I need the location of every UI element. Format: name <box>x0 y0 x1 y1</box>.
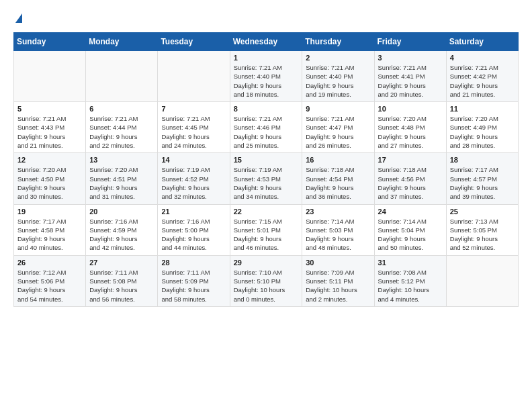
calendar-cell: 11Sunrise: 7:20 AM Sunset: 4:49 PM Dayli… <box>446 102 518 153</box>
day-number: 7 <box>161 105 226 113</box>
day-number: 27 <box>89 259 154 267</box>
calendar-cell: 28Sunrise: 7:11 AM Sunset: 5:09 PM Dayli… <box>158 255 230 306</box>
day-number: 10 <box>378 105 443 113</box>
calendar-cell: 30Sunrise: 7:09 AM Sunset: 5:11 PM Dayli… <box>302 255 374 306</box>
day-info: Sunrise: 7:14 AM Sunset: 5:03 PM Dayligh… <box>306 217 370 253</box>
day-number: 4 <box>450 54 515 62</box>
weekday-header-wednesday: Wednesday <box>230 33 302 51</box>
calendar-cell: 13Sunrise: 7:20 AM Sunset: 4:51 PM Dayli… <box>86 153 158 204</box>
calendar-cell <box>86 51 158 102</box>
day-number: 1 <box>234 54 299 62</box>
day-info: Sunrise: 7:14 AM Sunset: 5:04 PM Dayligh… <box>378 217 443 253</box>
day-number: 23 <box>306 208 370 216</box>
calendar-cell: 5Sunrise: 7:21 AM Sunset: 4:43 PM Daylig… <box>14 102 86 153</box>
day-info: Sunrise: 7:21 AM Sunset: 4:47 PM Dayligh… <box>306 114 370 150</box>
day-info: Sunrise: 7:10 AM Sunset: 5:10 PM Dayligh… <box>234 268 299 304</box>
calendar-cell: 24Sunrise: 7:14 AM Sunset: 5:04 PM Dayli… <box>374 204 446 255</box>
week-row-5: 26Sunrise: 7:12 AM Sunset: 5:06 PM Dayli… <box>14 255 519 306</box>
weekday-header-sunday: Sunday <box>14 33 86 51</box>
day-number: 15 <box>234 156 299 164</box>
day-info: Sunrise: 7:18 AM Sunset: 4:56 PM Dayligh… <box>378 165 443 201</box>
day-info: Sunrise: 7:20 AM Sunset: 4:49 PM Dayligh… <box>450 114 515 150</box>
day-info: Sunrise: 7:21 AM Sunset: 4:40 PM Dayligh… <box>306 63 370 99</box>
calendar-cell: 1Sunrise: 7:21 AM Sunset: 4:40 PM Daylig… <box>230 51 302 102</box>
page: SundayMondayTuesdayWednesdayThursdayFrid… <box>0 0 532 314</box>
calendar-cell: 10Sunrise: 7:20 AM Sunset: 4:48 PM Dayli… <box>374 102 446 153</box>
calendar-cell: 31Sunrise: 7:08 AM Sunset: 5:12 PM Dayli… <box>374 255 446 306</box>
day-info: Sunrise: 7:20 AM Sunset: 4:48 PM Dayligh… <box>378 114 443 150</box>
calendar-cell: 3Sunrise: 7:21 AM Sunset: 4:41 PM Daylig… <box>374 51 446 102</box>
day-number: 2 <box>306 54 370 62</box>
day-number: 16 <box>306 156 370 164</box>
weekday-header-saturday: Saturday <box>446 33 518 51</box>
week-row-4: 19Sunrise: 7:17 AM Sunset: 4:58 PM Dayli… <box>14 204 519 255</box>
day-number: 12 <box>17 156 82 164</box>
calendar-cell: 25Sunrise: 7:13 AM Sunset: 5:05 PM Dayli… <box>446 204 518 255</box>
day-number: 25 <box>450 208 515 216</box>
weekday-header-row: SundayMondayTuesdayWednesdayThursdayFrid… <box>14 33 519 51</box>
day-number: 30 <box>306 259 370 267</box>
day-number: 3 <box>378 54 443 62</box>
calendar-cell: 27Sunrise: 7:11 AM Sunset: 5:08 PM Dayli… <box>86 255 158 306</box>
day-info: Sunrise: 7:16 AM Sunset: 4:59 PM Dayligh… <box>89 217 154 253</box>
weekday-header-tuesday: Tuesday <box>158 33 230 51</box>
day-info: Sunrise: 7:17 AM Sunset: 4:57 PM Dayligh… <box>450 165 515 201</box>
day-number: 18 <box>450 156 515 164</box>
calendar-cell: 21Sunrise: 7:16 AM Sunset: 5:00 PM Dayli… <box>158 204 230 255</box>
calendar-cell: 17Sunrise: 7:18 AM Sunset: 4:56 PM Dayli… <box>374 153 446 204</box>
week-row-2: 5Sunrise: 7:21 AM Sunset: 4:43 PM Daylig… <box>14 102 519 153</box>
calendar-cell: 20Sunrise: 7:16 AM Sunset: 4:59 PM Dayli… <box>86 204 158 255</box>
day-number: 28 <box>161 259 226 267</box>
logo-triangle-icon <box>15 13 22 23</box>
day-number: 21 <box>161 208 226 216</box>
day-info: Sunrise: 7:20 AM Sunset: 4:50 PM Dayligh… <box>17 165 82 201</box>
calendar-cell: 14Sunrise: 7:19 AM Sunset: 4:52 PM Dayli… <box>158 153 230 204</box>
calendar-cell: 29Sunrise: 7:10 AM Sunset: 5:10 PM Dayli… <box>230 255 302 306</box>
calendar-cell: 6Sunrise: 7:21 AM Sunset: 4:44 PM Daylig… <box>86 102 158 153</box>
day-number: 17 <box>378 156 443 164</box>
calendar-cell: 15Sunrise: 7:19 AM Sunset: 4:53 PM Dayli… <box>230 153 302 204</box>
day-info: Sunrise: 7:21 AM Sunset: 4:45 PM Dayligh… <box>161 114 226 150</box>
day-number: 11 <box>450 105 515 113</box>
calendar-cell: 12Sunrise: 7:20 AM Sunset: 4:50 PM Dayli… <box>14 153 86 204</box>
day-info: Sunrise: 7:19 AM Sunset: 4:52 PM Dayligh… <box>161 165 226 201</box>
day-info: Sunrise: 7:19 AM Sunset: 4:53 PM Dayligh… <box>234 165 299 201</box>
calendar-cell: 9Sunrise: 7:21 AM Sunset: 4:47 PM Daylig… <box>302 102 374 153</box>
calendar-cell <box>14 51 86 102</box>
calendar-cell: 2Sunrise: 7:21 AM Sunset: 4:40 PM Daylig… <box>302 51 374 102</box>
day-number: 9 <box>306 105 370 113</box>
calendar-cell: 16Sunrise: 7:18 AM Sunset: 4:54 PM Dayli… <box>302 153 374 204</box>
calendar-cell: 23Sunrise: 7:14 AM Sunset: 5:03 PM Dayli… <box>302 204 374 255</box>
day-number: 20 <box>89 208 154 216</box>
day-info: Sunrise: 7:21 AM Sunset: 4:46 PM Dayligh… <box>234 114 299 150</box>
day-info: Sunrise: 7:21 AM Sunset: 4:41 PM Dayligh… <box>378 63 443 99</box>
day-number: 24 <box>378 208 443 216</box>
day-info: Sunrise: 7:21 AM Sunset: 4:40 PM Dayligh… <box>234 63 299 99</box>
day-info: Sunrise: 7:12 AM Sunset: 5:06 PM Dayligh… <box>17 268 82 304</box>
day-info: Sunrise: 7:20 AM Sunset: 4:51 PM Dayligh… <box>89 165 154 201</box>
day-info: Sunrise: 7:15 AM Sunset: 5:01 PM Dayligh… <box>234 217 299 253</box>
day-info: Sunrise: 7:08 AM Sunset: 5:12 PM Dayligh… <box>378 268 443 304</box>
calendar-cell <box>446 255 518 306</box>
day-info: Sunrise: 7:21 AM Sunset: 4:43 PM Dayligh… <box>17 114 82 150</box>
day-number: 6 <box>89 105 154 113</box>
day-info: Sunrise: 7:17 AM Sunset: 4:58 PM Dayligh… <box>17 217 82 253</box>
weekday-header-thursday: Thursday <box>302 33 374 51</box>
calendar-cell: 4Sunrise: 7:21 AM Sunset: 4:42 PM Daylig… <box>446 51 518 102</box>
day-number: 8 <box>234 105 299 113</box>
calendar-cell: 18Sunrise: 7:17 AM Sunset: 4:57 PM Dayli… <box>446 153 518 204</box>
calendar-cell <box>158 51 230 102</box>
logo <box>13 13 22 24</box>
day-number: 22 <box>234 208 299 216</box>
day-info: Sunrise: 7:18 AM Sunset: 4:54 PM Dayligh… <box>306 165 370 201</box>
day-info: Sunrise: 7:11 AM Sunset: 5:08 PM Dayligh… <box>89 268 154 304</box>
calendar-cell: 22Sunrise: 7:15 AM Sunset: 5:01 PM Dayli… <box>230 204 302 255</box>
day-number: 14 <box>161 156 226 164</box>
calendar-cell: 7Sunrise: 7:21 AM Sunset: 4:45 PM Daylig… <box>158 102 230 153</box>
day-info: Sunrise: 7:11 AM Sunset: 5:09 PM Dayligh… <box>161 268 226 304</box>
week-row-1: 1Sunrise: 7:21 AM Sunset: 4:40 PM Daylig… <box>14 51 519 102</box>
calendar-cell: 8Sunrise: 7:21 AM Sunset: 4:46 PM Daylig… <box>230 102 302 153</box>
day-number: 26 <box>17 259 82 267</box>
calendar-table: SundayMondayTuesdayWednesdayThursdayFrid… <box>13 32 519 307</box>
day-info: Sunrise: 7:13 AM Sunset: 5:05 PM Dayligh… <box>450 217 515 253</box>
